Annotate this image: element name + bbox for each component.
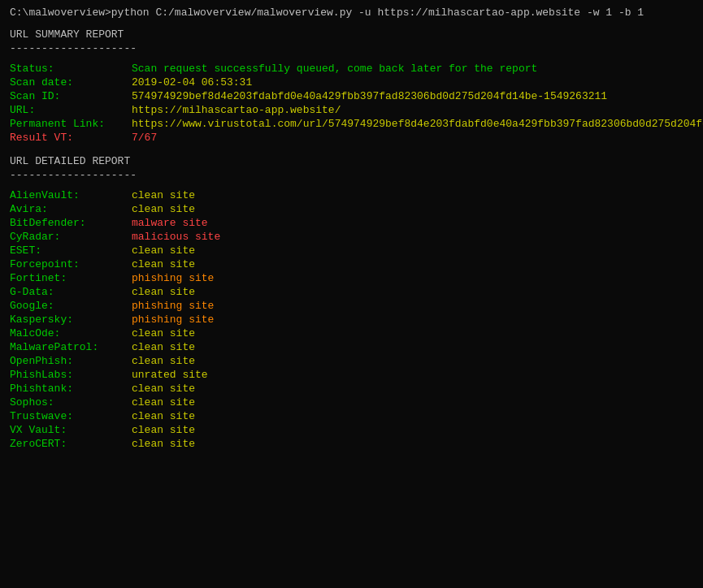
vendor-row-10: MalcOde:clean site xyxy=(10,327,693,339)
vendor-result-10: clean site xyxy=(132,327,195,339)
detail-divider: -------------------- xyxy=(10,169,693,181)
detail-vendors: AlienVault:clean siteAvira:clean siteBit… xyxy=(10,189,693,450)
summary-label-1: Scan date: xyxy=(10,76,132,89)
vendor-row-9: Kaspersky:phishing site xyxy=(10,313,693,326)
vendor-name-17: VX Vault: xyxy=(10,424,132,436)
summary-divider: -------------------- xyxy=(10,42,693,54)
vendor-result-6: phishing site xyxy=(132,272,214,284)
vendor-result-17: clean site xyxy=(132,424,195,436)
summary-row-5: Result VT:7/67 xyxy=(10,132,693,144)
vendor-name-18: ZeroCERT: xyxy=(10,438,132,450)
vendor-name-6: Fortinet: xyxy=(10,272,132,284)
vendor-row-14: Phishtank:clean site xyxy=(10,383,693,395)
vendor-row-3: CyRadar:malicious site xyxy=(10,231,693,243)
summary-value-5: 7/67 xyxy=(132,132,157,144)
vendor-result-12: clean site xyxy=(132,355,195,367)
summary-label-4: Permanent Link: xyxy=(10,118,132,130)
summary-value-0: Scan request successfully queued, come b… xyxy=(132,63,537,75)
vendor-name-0: AlienVault: xyxy=(10,189,132,201)
vendor-row-4: ESET:clean site xyxy=(10,244,693,257)
summary-value-1: 2019-02-04 06:53:31 xyxy=(132,76,252,89)
vendor-name-8: Google: xyxy=(10,300,132,312)
vendor-row-2: BitDefender:malware site xyxy=(10,217,693,229)
summary-row-2: Scan ID:574974929bef8d4e203fdabfd0e40a42… xyxy=(10,90,693,102)
vendor-result-11: clean site xyxy=(132,341,195,353)
vendor-result-7: clean site xyxy=(132,286,195,298)
vendor-result-1: clean site xyxy=(132,203,195,215)
cmd-line: C:\malwoverview>python C:/malwoverview/m… xyxy=(10,6,693,19)
vendor-row-15: Sophos:clean site xyxy=(10,396,693,409)
vendor-result-2: malware site xyxy=(132,217,208,229)
vendor-row-17: VX Vault:clean site xyxy=(10,424,693,436)
summary-label-0: Status: xyxy=(10,63,132,75)
vendor-result-14: clean site xyxy=(132,383,195,395)
summary-value-2: 574974929bef8d4e203fdabfd0e40a429fbb397f… xyxy=(132,90,607,102)
vendor-row-11: MalwarePatrol:clean site xyxy=(10,341,693,353)
vendor-name-11: MalwarePatrol: xyxy=(10,341,132,353)
vendor-name-14: Phishtank: xyxy=(10,383,132,395)
summary-row-3: URL:https://milhascartao-app.website/ xyxy=(10,104,693,116)
vendor-name-2: BitDefender: xyxy=(10,217,132,229)
vendor-result-4: clean site xyxy=(132,244,195,257)
vendor-row-18: ZeroCERT:clean site xyxy=(10,438,693,450)
vendor-name-4: ESET: xyxy=(10,244,132,257)
vendor-row-8: Google:phishing site xyxy=(10,300,693,312)
summary-value-3: https://milhascartao-app.website/ xyxy=(132,104,341,116)
summary-fields: Status:Scan request successfully queued,… xyxy=(10,63,693,144)
summary-row-4: Permanent Link:https://www.virustotal.co… xyxy=(10,118,693,130)
summary-row-0: Status:Scan request successfully queued,… xyxy=(10,63,693,75)
summary-row-1: Scan date:2019-02-04 06:53:31 xyxy=(10,76,693,89)
detail-title: URL DETAILED REPORT xyxy=(10,155,693,167)
vendor-result-8: phishing site xyxy=(132,300,214,312)
summary-label-2: Scan ID: xyxy=(10,90,132,102)
vendor-result-0: clean site xyxy=(132,189,195,201)
vendor-row-13: PhishLabs:unrated site xyxy=(10,369,693,381)
vendor-result-16: clean site xyxy=(132,410,195,422)
vendor-name-16: Trustwave: xyxy=(10,410,132,422)
vendor-row-7: G-Data:clean site xyxy=(10,286,693,298)
vendor-name-9: Kaspersky: xyxy=(10,313,132,326)
vendor-result-15: clean site xyxy=(132,396,195,409)
vendor-row-5: Forcepoint:clean site xyxy=(10,258,693,270)
vendor-name-1: Avira: xyxy=(10,203,132,215)
vendor-row-12: OpenPhish:clean site xyxy=(10,355,693,367)
vendor-row-6: Fortinet:phishing site xyxy=(10,272,693,284)
vendor-row-16: Trustwave:clean site xyxy=(10,410,693,422)
summary-title: URL SUMMARY REPORT xyxy=(10,28,693,41)
vendor-result-3: malicious site xyxy=(132,231,220,243)
vendor-name-10: MalcOde: xyxy=(10,327,132,339)
summary-label-3: URL: xyxy=(10,104,132,116)
vendor-result-18: clean site xyxy=(132,438,195,450)
vendor-name-5: Forcepoint: xyxy=(10,258,132,270)
vendor-name-12: OpenPhish: xyxy=(10,355,132,367)
vendor-result-9: phishing site xyxy=(132,313,214,326)
vendor-name-3: CyRadar: xyxy=(10,231,132,243)
summary-label-5: Result VT: xyxy=(10,132,132,144)
summary-value-4: https://www.virustotal.com/url/574974929… xyxy=(132,118,703,130)
vendor-result-13: unrated site xyxy=(132,369,208,381)
vendor-result-5: clean site xyxy=(132,258,195,270)
vendor-name-13: PhishLabs: xyxy=(10,369,132,381)
vendor-row-1: Avira:clean site xyxy=(10,203,693,215)
vendor-name-15: Sophos: xyxy=(10,396,132,409)
vendor-row-0: AlienVault:clean site xyxy=(10,189,693,201)
vendor-name-7: G-Data: xyxy=(10,286,132,298)
